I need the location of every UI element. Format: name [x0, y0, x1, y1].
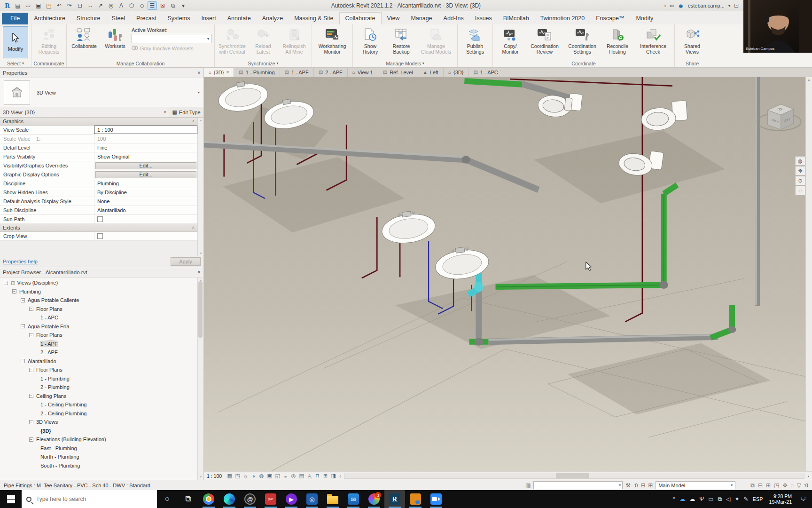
view-scale-button[interactable]: 1 : 100: [207, 473, 222, 479]
tag-icon[interactable]: ◎: [106, 1, 116, 10]
show-hidden-lines-value[interactable]: By Discipline: [94, 188, 197, 197]
pan-icon[interactable]: ✥: [795, 166, 805, 175]
default-3d-view-icon[interactable]: ⬡: [127, 1, 136, 10]
display-icon[interactable]: ⧉: [718, 496, 722, 502]
search-icon[interactable]: ∞: [670, 2, 674, 9]
worksets-status-icon[interactable]: ▥: [525, 482, 531, 489]
crop-view-icon[interactable]: ▣: [265, 472, 273, 479]
analysis-display-style-value[interactable]: None: [94, 197, 197, 206]
worksets-button[interactable]: Worksets: [101, 26, 130, 49]
view-tab[interactable]: ⌂ {3D} ×: [204, 68, 234, 77]
view-scale-value[interactable]: 1 : 100: [94, 126, 197, 134]
tree-expander[interactable]: −: [29, 368, 33, 372]
manage-cloud-models-button[interactable]: Manage Cloud Models: [418, 26, 454, 55]
ribbon-tab[interactable]: BIMcollab: [498, 13, 535, 24]
tree-expander[interactable]: −: [29, 394, 33, 398]
sub-discipline-value[interactable]: Alantarillado: [94, 206, 197, 214]
revit-app[interactable]: R: [384, 490, 405, 508]
ribbon-tab[interactable]: File: [2, 13, 28, 24]
orange-cloud-app[interactable]: [405, 490, 426, 508]
aligned-dimension-icon[interactable]: ↗: [96, 1, 105, 10]
tree-expander[interactable]: −: [4, 281, 8, 285]
tree-expander[interactable]: −: [29, 437, 33, 442]
save-icon[interactable]: ▣: [34, 1, 43, 10]
ribbon-tab[interactable]: Insert: [195, 13, 221, 24]
type-selector-thumbnail[interactable]: [4, 80, 30, 105]
properties-help-link[interactable]: Properties help: [3, 259, 38, 264]
drawing-area-3d-view[interactable]: TOP BACK LEFT ◍ ✥ ⊙ ◌ ˄: [204, 77, 812, 471]
text-icon[interactable]: A: [117, 1, 126, 10]
select-links-icon[interactable]: ⧉: [750, 482, 755, 489]
close-icon[interactable]: ×: [197, 269, 201, 276]
keyboard-icon[interactable]: ▭: [708, 496, 713, 502]
editing-requests-button[interactable]: Editing Requests: [34, 26, 63, 55]
tree-item[interactable]: East - Plumbing: [0, 444, 203, 453]
ribbon-tab[interactable]: Issues: [469, 13, 498, 24]
tree-item[interactable]: − Alantarillado: [0, 357, 203, 366]
language-indicator[interactable]: ESP: [753, 496, 763, 502]
shared-views-button[interactable]: Shared Views: [678, 26, 707, 55]
file-properties-icon[interactable]: ▤: [13, 1, 23, 10]
full-navigation-wheel-icon[interactable]: ◍: [795, 156, 805, 166]
select-by-face-icon[interactable]: ◳: [774, 482, 779, 489]
zoom-app[interactable]: [426, 490, 446, 508]
sun-path-icon[interactable]: ☼: [242, 472, 250, 479]
view-tab[interactable]: ▤ 2 - APF: [314, 68, 348, 77]
close-icon[interactable]: ×: [197, 70, 201, 76]
microphone-icon[interactable]: Ψ: [699, 496, 704, 502]
ribbon-tab[interactable]: Manage: [405, 13, 437, 24]
select-pinned-icon[interactable]: ⊞: [766, 482, 771, 489]
ribbon-tab[interactable]: Massing & Site: [289, 13, 339, 24]
tree-expander[interactable]: −: [29, 333, 33, 337]
apply-button[interactable]: Apply: [171, 257, 201, 266]
viewport-vertical-scrollbar[interactable]: ˄: [805, 77, 812, 471]
show-crop-icon[interactable]: ◱: [273, 472, 281, 479]
tree-item[interactable]: 1 - Ceiling Plumbing: [0, 400, 203, 409]
mail-app[interactable]: ✉: [343, 490, 364, 508]
orbit-icon[interactable]: ◌: [795, 186, 805, 195]
tree-item[interactable]: − 3D Views: [0, 418, 203, 427]
design-options-pick-icon[interactable]: ⊞: [648, 482, 653, 489]
thin-lines-icon[interactable]: ☰: [148, 1, 157, 10]
view-tab[interactable]: ▲ Left: [418, 68, 444, 77]
reveal-hidden-icon[interactable]: ◎: [289, 472, 297, 479]
tray-chevron-up-icon[interactable]: ^: [673, 496, 676, 502]
purple-media-app[interactable]: ▶: [281, 490, 302, 508]
user-dropdown-icon[interactable]: ▾: [728, 4, 730, 8]
restore-backup-button[interactable]: Restore Backup: [387, 26, 416, 55]
ribbon-tab[interactable]: Modify: [630, 13, 659, 24]
browser-scroll-thumb[interactable]: [198, 281, 203, 338]
scroll-thumb[interactable]: [556, 473, 589, 478]
graphics-section-header[interactable]: Graphics˄: [0, 118, 197, 126]
chrome-app[interactable]: [198, 490, 219, 508]
signed-in-user[interactable]: esteban.camp...: [688, 3, 725, 8]
action-center-icon[interactable]: 🗨: [798, 496, 808, 502]
tree-item[interactable]: − Floor Plans: [0, 365, 203, 374]
view-tab[interactable]: ▤ Ref. Level: [378, 68, 418, 77]
ribbon-tab[interactable]: Analyze: [257, 13, 289, 24]
ribbon-tab[interactable]: Steel: [106, 13, 131, 24]
tree-item[interactable]: 1 - APF: [0, 340, 203, 349]
ribbon-tab[interactable]: Systems: [162, 13, 195, 24]
select-underlay-icon[interactable]: ⊟: [758, 482, 763, 489]
badged-app[interactable]: 3: [364, 490, 384, 508]
taskbar-search[interactable]: [22, 490, 157, 508]
temporary-hide-isolate-icon[interactable]: ◒: [281, 472, 289, 479]
start-button[interactable]: [0, 490, 22, 508]
active-workset-status-combobox[interactable]: ▾: [533, 481, 623, 489]
drag-on-selection-icon[interactable]: ✥: [782, 482, 787, 489]
viewport-horizontal-scrollbar[interactable]: [344, 473, 805, 479]
section-icon[interactable]: ◇: [137, 1, 147, 10]
spiral-app[interactable]: @: [240, 490, 260, 508]
edge-app[interactable]: [219, 490, 240, 508]
volume-icon[interactable]: ◁: [726, 496, 730, 502]
sync-icon[interactable]: ◳: [44, 1, 54, 10]
ribbon-tab[interactable]: Architecture: [28, 13, 71, 24]
group-label-select[interactable]: Select▾: [0, 59, 31, 67]
worksharing-monitor-button[interactable]: Worksharing Monitor: [315, 26, 350, 55]
shadows-icon[interactable]: ◑: [250, 472, 258, 479]
zoom-icon[interactable]: ⊙: [795, 176, 805, 185]
ribbon-tab[interactable]: Precast: [131, 13, 162, 24]
sun-path-checkbox[interactable]: [97, 216, 103, 222]
tree-expander[interactable]: −: [12, 289, 16, 294]
